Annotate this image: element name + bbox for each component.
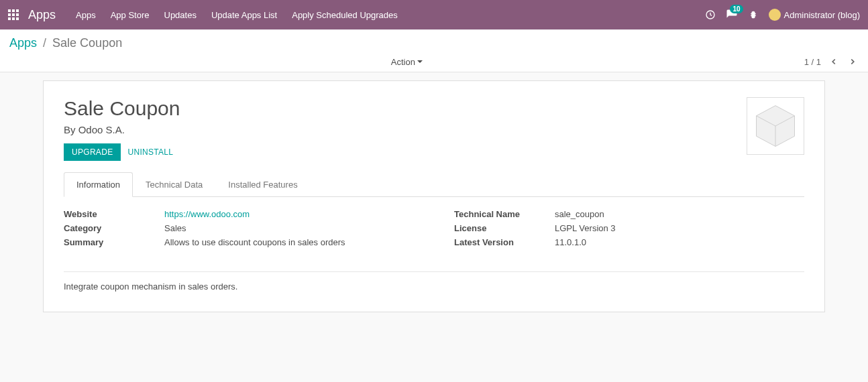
form-sheet: Sale Coupon By Odoo S.A. Upgrade Uninsta… — [43, 80, 825, 312]
version-label: Latest Version — [454, 237, 555, 247]
nav-title: Apps — [28, 8, 56, 22]
module-title: Sale Coupon — [64, 97, 180, 120]
category-label: Category — [64, 223, 164, 233]
pager-text: 1 / 1 — [804, 57, 821, 67]
module-icon — [747, 97, 804, 155]
avatar-icon — [769, 9, 781, 21]
pager: 1 / 1 — [804, 56, 859, 68]
divider — [64, 271, 804, 272]
svg-rect-8 — [16, 17, 19, 20]
main-navbar: Apps Apps App Store Updates Update Apps … — [0, 0, 868, 29]
website-label: Website — [64, 209, 164, 219]
caret-down-icon — [417, 60, 423, 63]
uninstall-button[interactable]: Uninstall — [127, 147, 173, 157]
nav-item-upgrades[interactable]: Apply Scheduled Upgrades — [292, 10, 398, 20]
module-author: By Odoo S.A. — [64, 124, 180, 135]
version-value: 11.0.1.0 — [555, 237, 586, 247]
messages-badge: 10 — [730, 5, 743, 13]
clock-icon[interactable] — [704, 9, 716, 21]
svg-rect-4 — [12, 13, 15, 16]
control-bar: Apps / Sale Coupon Action 1 / 1 — [0, 29, 868, 72]
bug-icon[interactable] — [747, 9, 759, 21]
svg-rect-1 — [12, 9, 15, 12]
user-label: Administrator (blog) — [784, 10, 860, 20]
pager-prev[interactable] — [828, 56, 840, 68]
svg-rect-0 — [8, 9, 11, 12]
website-link[interactable]: https://www.odoo.com — [164, 209, 250, 219]
breadcrumb-root[interactable]: Apps — [9, 36, 37, 50]
tab-installed-features[interactable]: Installed Features — [215, 172, 310, 197]
messages-icon[interactable]: 10 — [726, 9, 738, 21]
breadcrumb-separator: / — [43, 36, 46, 50]
tab-information[interactable]: Information — [64, 172, 133, 197]
category-value: Sales — [164, 223, 186, 233]
license-label: License — [454, 223, 555, 233]
breadcrumb: Apps / Sale Coupon — [9, 36, 859, 50]
nav-item-apps[interactable]: Apps — [76, 10, 96, 20]
action-menu[interactable]: Action — [391, 57, 423, 67]
nav-item-app-store[interactable]: App Store — [111, 10, 150, 20]
svg-rect-2 — [16, 9, 19, 12]
tech-name-value: sale_coupon — [555, 209, 604, 219]
svg-rect-6 — [8, 17, 11, 20]
license-value: LGPL Version 3 — [555, 223, 616, 233]
summary-label: Summary — [64, 237, 164, 247]
svg-rect-5 — [16, 13, 19, 16]
nav-item-updates[interactable]: Updates — [164, 10, 197, 20]
apps-grid-icon[interactable] — [8, 9, 19, 20]
tabs: Information Technical Data Installed Fea… — [64, 172, 804, 197]
module-description: Integrate coupon mechanism in sales orde… — [64, 281, 804, 292]
user-menu[interactable]: Administrator (blog) — [769, 9, 860, 21]
nav-item-update-list[interactable]: Update Apps List — [211, 10, 277, 20]
nav-menu: Apps App Store Updates Update Apps List … — [76, 10, 398, 20]
tab-technical-data[interactable]: Technical Data — [133, 172, 215, 197]
breadcrumb-current: Sale Coupon — [52, 36, 122, 50]
summary-value: Allows to use discount coupons in sales … — [164, 237, 345, 247]
upgrade-button[interactable]: Upgrade — [64, 143, 121, 161]
svg-rect-7 — [12, 17, 15, 20]
svg-rect-3 — [8, 13, 11, 16]
tech-name-label: Technical Name — [454, 209, 555, 219]
action-menu-label: Action — [391, 57, 415, 67]
pager-next[interactable] — [847, 56, 859, 68]
